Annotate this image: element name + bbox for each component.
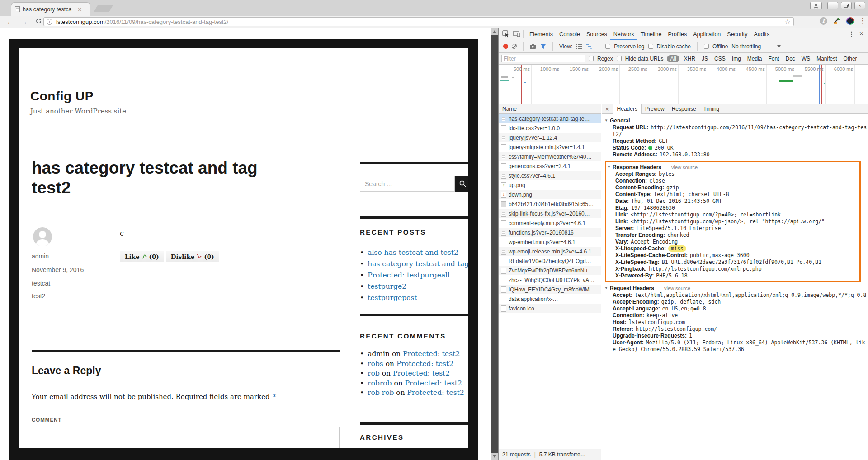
devtools-tab-application[interactable]: Application — [690, 28, 724, 40]
devtools-tab-sources[interactable]: Sources — [583, 28, 610, 40]
network-request-row[interactable]: ZvcMqxEwPfh2qDWBPxn6nnNu… — [499, 266, 601, 275]
screenshot-camera-icon[interactable] — [530, 44, 537, 49]
recent-post-link[interactable]: has category testcat and tag test2 — [368, 260, 468, 268]
network-request-row[interactable]: b642b4217b34b1e8d3bd915fc65… — [499, 199, 601, 209]
network-request-row[interactable]: favicon.ico — [499, 304, 601, 313]
color-picker-extension-icon[interactable] — [846, 17, 854, 25]
devtools-tab-profiles[interactable]: Profiles — [665, 28, 690, 40]
devtools-tab-elements[interactable]: Elements — [526, 28, 556, 40]
filter-type-img[interactable]: Img — [730, 55, 743, 62]
filter-type-all[interactable]: All — [667, 55, 679, 62]
page-scrollbar-thumb[interactable] — [491, 35, 498, 453]
browser-tab[interactable]: has category testca × — [11, 2, 90, 16]
devtools-menu-icon[interactable]: ⋮ — [849, 30, 855, 38]
network-request-row[interactable]: ↑up.png — [499, 180, 601, 190]
network-request-row[interactable]: skip-link-focus-fix.js?ver=20160… — [499, 209, 601, 218]
browser-menu-icon[interactable]: ⋮ — [859, 17, 866, 25]
bookmark-star-icon[interactable]: ☆ — [785, 18, 791, 26]
tab-close-icon[interactable]: × — [78, 5, 82, 13]
comment-post-link[interactable]: Protected: test2 — [396, 360, 453, 368]
network-request-row[interactable]: wp-emoji-release.min.js?ver=4.6.1 — [499, 247, 601, 256]
view-source-link[interactable]: view source — [664, 286, 690, 291]
hide-data-urls-checkbox[interactable] — [617, 56, 622, 61]
view-list-icon[interactable] — [576, 44, 582, 49]
filter-type-font[interactable]: Font — [767, 55, 781, 62]
collapse-triangle-icon[interactable]: ▼ — [607, 165, 611, 169]
devtools-tab-audits[interactable]: Audits — [750, 28, 773, 40]
filter-type-other[interactable]: Other — [842, 55, 859, 62]
devtools-tab-console[interactable]: Console — [556, 28, 583, 40]
filter-type-xhr[interactable]: XHR — [682, 55, 697, 62]
reload-button[interactable] — [35, 18, 42, 26]
post-category[interactable]: testcat — [32, 280, 50, 287]
network-request-row[interactable]: functions.js?ver=20160816 — [499, 228, 601, 237]
network-request-row[interactable]: style.css?ver=4.6.1 — [499, 171, 601, 180]
filter-type-manifest[interactable]: Manifest — [815, 55, 839, 62]
network-request-row[interactable]: css?family=Merriweather%3A40… — [499, 152, 601, 161]
filter-type-css[interactable]: CSS — [712, 55, 727, 62]
network-filter-input[interactable] — [501, 55, 585, 62]
collapse-triangle-icon[interactable]: ▼ — [604, 286, 608, 290]
search-input[interactable] — [360, 176, 455, 192]
recent-post-link[interactable]: also has testcat and test2 — [368, 249, 458, 257]
view-waterfall-icon[interactable] — [586, 44, 592, 49]
network-request-row[interactable]: genericons.css?ver=3.4.1 — [499, 161, 601, 171]
scrollbar-down-arrow-icon[interactable] — [493, 455, 496, 458]
recent-post-link[interactable]: testpurgepost — [368, 294, 417, 302]
filter-type-js[interactable]: JS — [700, 55, 710, 62]
network-request-row[interactable]: IQHow_FEYIDC4Gzy_m8fcoWiM… — [499, 285, 601, 294]
devtools-tab-security[interactable]: Security — [724, 28, 750, 40]
scrollbar-up-arrow-icon[interactable] — [493, 30, 496, 33]
network-overview[interactable]: 500 ms1000 ms1500 ms2000 ms2500 ms3000 m… — [499, 65, 868, 104]
inspect-element-button[interactable] — [502, 30, 509, 38]
post-date[interactable]: November 9, 2016 — [32, 266, 84, 273]
comment-author[interactable]: robs — [368, 360, 383, 368]
filter-type-media[interactable]: Media — [745, 55, 764, 62]
dislike-button[interactable]: Dislike (0) — [166, 251, 219, 262]
details-tab-headers[interactable]: Headers — [613, 104, 642, 114]
filter-type-doc[interactable]: Doc — [784, 55, 797, 62]
window-close-button[interactable]: × — [854, 2, 865, 9]
site-title[interactable]: Config UP — [30, 89, 94, 103]
comment-post-link[interactable]: Protected: test2 — [405, 379, 462, 387]
recent-post-link[interactable]: testpurge2 — [368, 282, 406, 291]
network-request-row[interactable]: ↓down.png — [499, 190, 601, 199]
network-request-row[interactable]: RFda8w1V0eDZheqfcyQ4EOgd… — [499, 256, 601, 266]
page-scrollbar[interactable] — [491, 28, 498, 460]
collapse-triangle-icon[interactable]: ▼ — [604, 118, 608, 122]
network-request-row[interactable]: data:application/x-… — [499, 294, 601, 304]
page-info-icon[interactable]: i — [47, 19, 52, 25]
network-request-row[interactable]: jquery-migrate.min.js?ver=1.4.1 — [499, 142, 601, 152]
details-tab-preview[interactable]: Preview — [642, 104, 668, 114]
comment-author[interactable]: robrob — [368, 379, 392, 387]
throttling-select[interactable]: No throttling — [731, 43, 761, 50]
record-button[interactable] — [503, 44, 508, 49]
comment-author[interactable]: rob — [368, 369, 380, 377]
network-request-row[interactable]: zhcz-_WihjSQC0oHJ9TCYPk_vA… — [499, 275, 601, 285]
filter-type-ws[interactable]: WS — [800, 55, 812, 62]
like-button[interactable]: Like (0) — [120, 251, 164, 262]
back-button[interactable]: ← — [6, 18, 14, 26]
device-toolbar-button[interactable] — [513, 31, 520, 37]
name-column-header[interactable]: Name — [499, 104, 601, 114]
post-author[interactable]: admin — [32, 253, 49, 260]
network-request-row[interactable]: wp-embed.min.js?ver=4.6.1 — [499, 237, 601, 247]
offline-checkbox[interactable] — [704, 44, 709, 49]
preserve-log-checkbox[interactable] — [605, 44, 610, 49]
window-minimize-button[interactable]: — — [827, 2, 838, 9]
profile-button[interactable] — [810, 2, 822, 9]
disable-cache-checkbox[interactable] — [648, 44, 653, 49]
devtools-tab-network[interactable]: Network — [610, 28, 637, 40]
extension-f-icon[interactable]: f — [820, 17, 827, 25]
comment-textarea[interactable] — [32, 427, 340, 448]
filter-funnel-icon[interactable] — [540, 44, 546, 49]
network-request-row[interactable]: has-category-testcat-and-tag-te… — [499, 114, 601, 123]
eyedropper-extension-icon[interactable] — [833, 17, 841, 25]
comment-post-link[interactable]: Protected: test2 — [393, 369, 450, 377]
window-restore-button[interactable] — [841, 2, 852, 9]
details-tab-response[interactable]: Response — [668, 104, 700, 114]
devtools-close-icon[interactable]: × — [859, 30, 863, 38]
forward-button[interactable]: → — [20, 18, 28, 26]
comment-post-link[interactable]: Protected: test2 — [407, 389, 464, 397]
clear-button[interactable] — [512, 44, 517, 49]
